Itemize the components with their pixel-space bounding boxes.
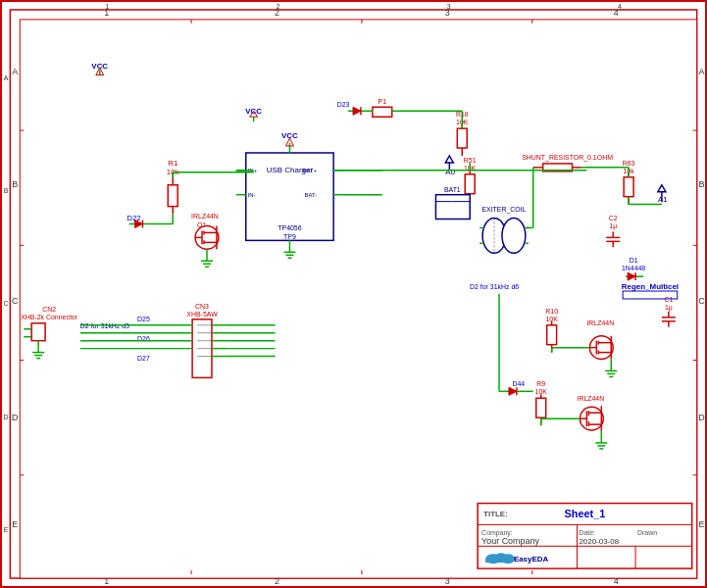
- svg-rect-1: [20, 20, 696, 578]
- svg-text:C2: C2: [609, 215, 618, 221]
- svg-text:C: C: [698, 296, 705, 306]
- svg-text:A1: A1: [658, 195, 668, 204]
- svg-rect-135: [31, 323, 45, 341]
- svg-text:3: 3: [445, 8, 450, 18]
- svg-text:E: E: [12, 519, 18, 529]
- svg-rect-91: [435, 195, 470, 220]
- svg-text:4: 4: [614, 8, 619, 18]
- svg-text:R51: R51: [464, 157, 477, 164]
- svg-text:4: 4: [614, 576, 619, 586]
- svg-text:IN-: IN-: [248, 192, 256, 198]
- svg-text:SHUNT_RESISTOR_0.1OHM: SHUNT_RESISTOR_0.1OHM: [522, 154, 613, 162]
- svg-text:EasyEDA: EasyEDA: [514, 555, 549, 564]
- svg-text:3: 3: [445, 576, 450, 586]
- svg-text:D: D: [698, 413, 705, 422]
- svg-text:C: C: [12, 296, 19, 306]
- svg-rect-108: [624, 177, 633, 197]
- svg-rect-180: [536, 398, 546, 417]
- svg-text:R1: R1: [168, 159, 178, 168]
- svg-text:P1: P1: [379, 98, 387, 105]
- svg-text:Your Company: Your Company: [481, 536, 539, 546]
- svg-text:D22: D22: [126, 214, 141, 222]
- schematic-diagram: 1 2 3 4 1 2 3 4 A B C D E A B C D E VCC …: [2, 2, 705, 586]
- svg-text:1N4448: 1N4448: [622, 265, 645, 271]
- svg-text:Regen_Multicel: Regen_Multicel: [622, 282, 679, 291]
- svg-point-96: [502, 219, 526, 254]
- svg-text:IRLZ44N: IRLZ44N: [191, 213, 219, 220]
- svg-rect-162: [547, 325, 557, 345]
- svg-text:XHB-2k Connector: XHB-2k Connector: [21, 314, 78, 320]
- svg-text:10K: 10K: [535, 388, 548, 395]
- page-container: 1 2 3 4 A B C D E 1 2 3: [0, 0, 707, 588]
- svg-text:Date:: Date:: [579, 529, 595, 536]
- svg-text:1μ: 1μ: [665, 304, 673, 312]
- svg-text:1: 1: [104, 576, 109, 586]
- svg-text:E: E: [699, 519, 705, 529]
- svg-text:IRLZ44N: IRLZ44N: [586, 319, 614, 326]
- svg-text:TP9: TP9: [283, 233, 296, 240]
- svg-text:B: B: [699, 179, 705, 189]
- svg-text:CN3: CN3: [195, 303, 209, 310]
- svg-text:TP4056: TP4056: [278, 224, 301, 231]
- svg-text:D44: D44: [513, 380, 526, 387]
- svg-text:2: 2: [275, 576, 279, 586]
- svg-text:B: B: [12, 179, 18, 189]
- svg-text:D1: D1: [630, 257, 638, 264]
- svg-text:10K: 10K: [545, 316, 558, 322]
- svg-text:IRLZ44N: IRLZ44N: [577, 395, 604, 402]
- svg-text:R9: R9: [536, 380, 545, 387]
- svg-text:1: 1: [104, 8, 109, 18]
- svg-text:D2 for 31kHz d6: D2 for 31kHz d6: [470, 283, 519, 290]
- svg-text:VCC: VCC: [281, 131, 298, 140]
- svg-text:BAT-: BAT-: [304, 192, 317, 198]
- svg-text:R63: R63: [623, 160, 635, 167]
- svg-text:D27: D27: [137, 355, 150, 362]
- svg-text:Sheet_1: Sheet_1: [564, 508, 605, 519]
- svg-text:BAT1: BAT1: [444, 186, 461, 193]
- svg-text:Drawn: Drawn: [637, 529, 657, 536]
- svg-rect-87: [465, 174, 475, 194]
- svg-text:2: 2: [275, 8, 279, 18]
- svg-text:1μ: 1μ: [609, 222, 617, 230]
- svg-text:TITLE:: TITLE:: [483, 510, 508, 518]
- svg-text:D23: D23: [337, 101, 350, 108]
- svg-text:A: A: [699, 67, 705, 76]
- svg-text:BAT+: BAT+: [303, 168, 318, 173]
- svg-text:2020-03-08: 2020-03-08: [579, 537, 619, 546]
- svg-rect-43: [168, 185, 177, 207]
- svg-text:CN2: CN2: [42, 306, 56, 313]
- svg-text:XHB-5AW: XHB-5AW: [186, 311, 218, 318]
- svg-text:A0: A0: [445, 168, 455, 176]
- svg-rect-260: [485, 559, 509, 563]
- svg-rect-72: [373, 107, 392, 117]
- svg-text:D25: D25: [137, 316, 150, 322]
- svg-rect-79: [457, 128, 467, 148]
- svg-text:EXITER_COIL: EXITER_COIL: [481, 206, 526, 214]
- svg-text:A: A: [12, 67, 18, 76]
- svg-text:D: D: [12, 413, 19, 422]
- svg-text:R10: R10: [545, 308, 558, 315]
